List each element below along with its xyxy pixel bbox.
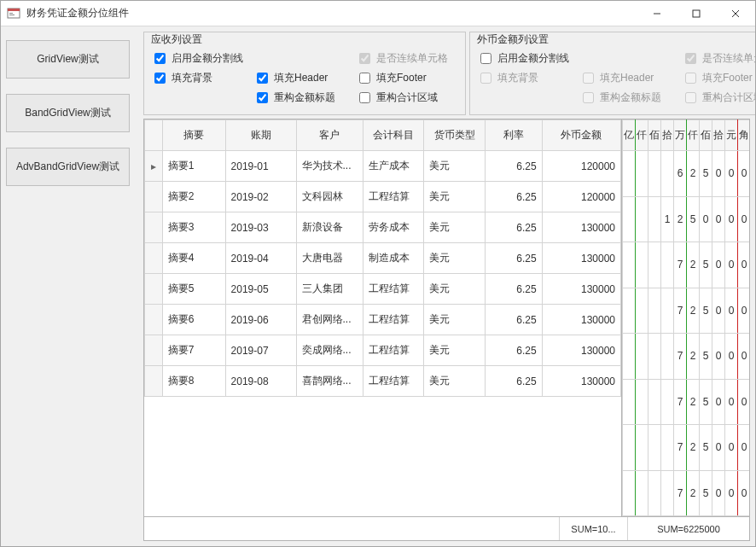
receivable-option-2-2[interactable]: 重构合计区域 xyxy=(356,90,458,106)
cell-period[interactable]: 2019-05 xyxy=(225,274,296,305)
cell-customer[interactable]: 君创网络... xyxy=(296,305,363,335)
cell-summary[interactable]: 摘要4 xyxy=(162,243,225,274)
cell-customer[interactable]: 文科园林 xyxy=(296,182,363,212)
column-header-2[interactable]: 客户 xyxy=(296,120,363,151)
gridview-button[interactable]: GridView测试 xyxy=(6,40,130,79)
cell-famt[interactable]: 130000 xyxy=(542,274,620,305)
cell-famt[interactable]: 120000 xyxy=(542,151,620,182)
digit-cell: 7 xyxy=(674,425,687,471)
cell-customer[interactable]: 三人集团 xyxy=(296,274,363,305)
cell-famt[interactable]: 130000 xyxy=(542,366,620,397)
receivable-checkbox-0-0[interactable] xyxy=(154,53,166,64)
digit-cell: 7 xyxy=(674,379,687,425)
bandgridview-button[interactable]: BandGridView测试 xyxy=(6,94,130,132)
cell-currency[interactable]: 美元 xyxy=(424,151,485,182)
cell-famt[interactable]: 130000 xyxy=(542,212,620,243)
cell-period[interactable]: 2019-07 xyxy=(225,335,296,366)
cell-period[interactable]: 2019-08 xyxy=(225,366,296,397)
data-grid[interactable]: 摘要账期客户会计科目货币类型利率外币金额 ▸摘要12019-01华为技术...生… xyxy=(143,119,750,541)
cell-subject[interactable]: 工程结算 xyxy=(363,335,423,366)
digit-cell: 5 xyxy=(700,151,712,197)
cell-customer[interactable]: 喜鹊网络... xyxy=(296,366,363,397)
receivable-option-2-1[interactable]: 重构金额标题 xyxy=(253,90,356,106)
cell-summary[interactable]: 摘要3 xyxy=(162,212,225,243)
cell-customer[interactable]: 奕成网络... xyxy=(296,335,363,366)
cell-customer[interactable]: 大唐电器 xyxy=(296,243,363,274)
cell-rate[interactable]: 6.25 xyxy=(485,335,542,366)
receivable-option-1-1[interactable]: 填充Header xyxy=(253,70,356,86)
cell-summary[interactable]: 摘要7 xyxy=(162,335,225,366)
foreign-checkbox-0-0[interactable] xyxy=(480,53,491,64)
cell-rate[interactable]: 6.25 xyxy=(485,182,542,212)
table-row[interactable]: 摘要42019-04大唐电器制造成本美元6.25130000 xyxy=(145,243,621,274)
table-row[interactable]: 摘要82019-08喜鹊网络...工程结算美元6.25130000 xyxy=(145,366,621,397)
cell-famt[interactable]: 130000 xyxy=(542,335,620,366)
table-row[interactable]: 摘要72019-07奕成网络...工程结算美元6.25130000 xyxy=(145,335,621,366)
cell-currency[interactable]: 美元 xyxy=(424,243,485,274)
cell-famt[interactable]: 130000 xyxy=(542,305,620,335)
receivable-label-2-2: 重构合计区域 xyxy=(376,90,438,105)
cell-period[interactable]: 2019-01 xyxy=(225,151,296,182)
maximize-button[interactable] xyxy=(677,1,716,26)
cell-subject[interactable]: 生产成本 xyxy=(363,151,423,182)
column-header-6[interactable]: 外币金额 xyxy=(542,120,620,151)
receivable-checkbox-1-2[interactable] xyxy=(359,73,370,84)
cell-rate[interactable]: 6.25 xyxy=(485,243,542,274)
table-row[interactable]: 摘要22019-02文科园林工程结算美元6.25120000 xyxy=(145,182,621,212)
cell-famt[interactable]: 120000 xyxy=(542,182,620,212)
cell-customer[interactable]: 新浪设备 xyxy=(296,212,363,243)
cell-rate[interactable]: 6.25 xyxy=(485,151,542,182)
cell-rate[interactable]: 6.25 xyxy=(485,366,542,397)
cell-period[interactable]: 2019-06 xyxy=(225,305,296,335)
cell-period[interactable]: 2019-03 xyxy=(225,212,296,243)
column-header-4[interactable]: 货币类型 xyxy=(424,120,485,151)
advbandgridview-button[interactable]: AdvBandGridView测试 xyxy=(6,148,130,186)
cell-subject[interactable]: 制造成本 xyxy=(363,243,423,274)
receivable-option-1-0[interactable]: 填充背景 xyxy=(151,70,253,86)
cell-summary[interactable]: 摘要1 xyxy=(162,151,225,182)
digit-cell: 0 xyxy=(725,242,738,288)
app-window: 财务凭证金额分位组件 GridView测试BandGridView测试AdvBa… xyxy=(0,0,756,547)
foreign-checkbox-1-1 xyxy=(583,73,594,84)
table-row[interactable]: 摘要62019-06君创网络...工程结算美元6.25130000 xyxy=(145,305,621,335)
column-header-0[interactable]: 摘要 xyxy=(162,120,225,151)
cell-summary[interactable]: 摘要2 xyxy=(162,182,225,212)
cell-rate[interactable]: 6.25 xyxy=(485,212,542,243)
cell-famt[interactable]: 130000 xyxy=(542,243,620,274)
cell-currency[interactable]: 美元 xyxy=(424,305,485,335)
column-header-3[interactable]: 会计科目 xyxy=(363,120,423,151)
cell-currency[interactable]: 美元 xyxy=(424,366,485,397)
cell-currency[interactable]: 美元 xyxy=(424,182,485,212)
cell-customer[interactable]: 华为技术... xyxy=(296,151,363,182)
cell-period[interactable]: 2019-02 xyxy=(225,182,296,212)
receivable-option-0-0[interactable]: 启用金额分割线 xyxy=(151,50,253,67)
receivable-option-1-2[interactable]: 填充Footer xyxy=(356,70,458,86)
column-header-1[interactable]: 账期 xyxy=(225,120,296,151)
receivable-checkbox-1-1[interactable] xyxy=(257,73,268,84)
receivable-checkbox-2-2[interactable] xyxy=(359,92,370,103)
table-row[interactable]: 摘要32019-03新浪设备劳务成本美元6.25130000 xyxy=(145,212,621,243)
table-row[interactable]: ▸摘要12019-01华为技术...生产成本美元6.25120000 xyxy=(145,151,621,182)
cell-summary[interactable]: 摘要8 xyxy=(162,366,225,397)
cell-currency[interactable]: 美元 xyxy=(424,335,485,366)
cell-rate[interactable]: 6.25 xyxy=(485,305,542,335)
receivable-checkbox-2-1[interactable] xyxy=(257,92,268,103)
cell-rate[interactable]: 6.25 xyxy=(485,274,542,305)
cell-currency[interactable]: 美元 xyxy=(424,274,485,305)
cell-summary[interactable]: 摘要6 xyxy=(162,305,225,335)
foreign-option-0-0[interactable]: 启用金额分割线 xyxy=(477,50,579,67)
receivable-checkbox-1-0[interactable] xyxy=(154,73,166,84)
cell-summary[interactable]: 摘要5 xyxy=(162,274,225,305)
close-button[interactable] xyxy=(716,1,755,26)
cell-subject[interactable]: 工程结算 xyxy=(363,182,423,212)
cell-subject[interactable]: 工程结算 xyxy=(363,305,423,335)
titlebar[interactable]: 财务凭证金额分位组件 xyxy=(1,1,755,26)
cell-period[interactable]: 2019-04 xyxy=(225,243,296,274)
column-header-5[interactable]: 利率 xyxy=(485,120,542,151)
cell-subject[interactable]: 工程结算 xyxy=(363,366,423,397)
cell-currency[interactable]: 美元 xyxy=(424,212,485,243)
cell-subject[interactable]: 劳务成本 xyxy=(363,212,423,243)
table-row[interactable]: 摘要52019-05三人集团工程结算美元6.25130000 xyxy=(145,274,621,305)
cell-subject[interactable]: 工程结算 xyxy=(363,274,423,305)
minimize-button[interactable] xyxy=(637,1,677,26)
